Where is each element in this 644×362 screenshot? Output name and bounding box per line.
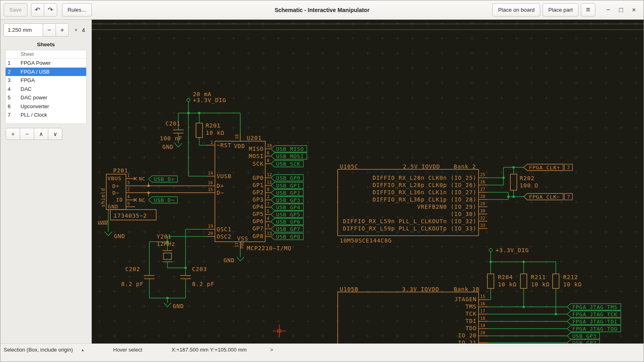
schematic-text[interactable]: DIFFIO_RX_L28p CLK0p (IO_26) xyxy=(373,182,477,189)
add-sheet-button[interactable]: + xyxy=(6,128,20,140)
schematic-text[interactable]: VBUS xyxy=(107,175,122,181)
schematic-text[interactable]: 5 xyxy=(127,202,130,206)
schematic-text[interactable]: IO_20 xyxy=(458,332,477,339)
schematic-text[interactable]: GP1 xyxy=(252,182,264,188)
net-label[interactable]: USB_GP0 xyxy=(271,175,303,181)
schematic-text[interactable]: R201 xyxy=(206,122,221,129)
schematic-text[interactable]: 17 xyxy=(235,243,239,247)
undo-button[interactable]: ↶ xyxy=(31,3,44,16)
schematic-text[interactable]: +3.3V_DIG xyxy=(495,247,529,254)
schematic-text[interactable]: U105C xyxy=(340,163,358,170)
net-label[interactable]: USB_GP2 xyxy=(271,189,303,196)
schematic-text[interactable]: Bank 1B xyxy=(454,286,480,292)
schematic-text[interactable]: MOSI xyxy=(249,153,264,159)
schematic-text[interactable]: R204 xyxy=(498,274,513,280)
schematic-text[interactable]: 28 xyxy=(480,194,485,199)
grid-decrease-button[interactable]: − xyxy=(43,23,56,37)
schematic-text[interactable]: D+ xyxy=(217,183,224,189)
grid-increase-button[interactable]: + xyxy=(56,23,69,37)
net-label[interactable]: USB_GP3 xyxy=(271,197,303,203)
schematic-text[interactable]: 27 xyxy=(480,187,485,191)
net-label[interactable]: USB_GP4 xyxy=(271,204,303,210)
schematic-text[interactable]: 14 xyxy=(208,171,213,175)
net-label[interactable]: FPGA_JTAG_TDO xyxy=(567,325,621,332)
schematic-text[interactable]: 2.5V IOVDD xyxy=(403,163,440,170)
menu-button[interactable]: ≡ xyxy=(581,3,595,16)
schematic-text[interactable]: 100 Ω xyxy=(520,182,538,189)
net-label[interactable]: USB_GP8 xyxy=(271,233,303,240)
schematic-text[interactable]: ~RST xyxy=(217,142,231,148)
schematic-text[interactable]: P201 xyxy=(113,167,128,174)
net-label[interactable]: USB_GP7 xyxy=(271,226,303,232)
net-label[interactable]: USB_MOSI xyxy=(271,153,307,159)
schematic-text[interactable]: DIFFIO_RX_L59n PLL_L_CLKOUTn (IO_32) xyxy=(343,218,477,225)
move-sheet-down-button[interactable]: ∨ xyxy=(48,128,62,140)
schematic-text[interactable]: NC xyxy=(139,176,145,182)
sheet-row[interactable]: 3FPGA xyxy=(6,76,86,85)
schematic-text[interactable]: IO_21 xyxy=(458,339,477,343)
schematic-text[interactable]: 10 kΩ xyxy=(206,130,224,136)
schematic-text[interactable]: 10 kΩ xyxy=(498,281,516,288)
schematic-text[interactable]: 20 xyxy=(480,331,485,335)
place-part-button[interactable]: Place part xyxy=(543,3,578,16)
sheet-row[interactable]: 7PLL / Clock xyxy=(6,111,86,119)
schematic-text[interactable]: U201 xyxy=(247,135,262,141)
schematic-text[interactable]: GP3 xyxy=(252,196,264,203)
schematic-text[interactable]: Y201 xyxy=(157,233,171,240)
schematic-text[interactable]: 20 mA xyxy=(193,91,211,97)
schematic-text[interactable]: C201 xyxy=(165,120,180,127)
schematic-text[interactable]: VSS xyxy=(237,235,248,242)
schematic-text[interactable]: 6 xyxy=(267,151,269,155)
schematic-text[interactable]: M4 xyxy=(105,220,109,224)
schematic-text[interactable]: 33 xyxy=(480,223,485,228)
schematic-text[interactable]: 12 xyxy=(267,173,272,177)
sheet-row[interactable]: 4DAC xyxy=(6,85,86,94)
schematic-text[interactable]: R202 xyxy=(520,175,535,181)
net-label[interactable]: USB_GP3 xyxy=(567,333,600,339)
status-expander[interactable]: > xyxy=(270,347,273,353)
sheet-row[interactable]: 5DAC power xyxy=(6,93,86,102)
schematic-text[interactable]: GP8 xyxy=(252,233,264,239)
tool-mode-label[interactable]: Selection (Box, include origin) xyxy=(4,347,73,353)
schematic-text[interactable]: GND xyxy=(108,204,118,210)
schematic-text[interactable]: 4 xyxy=(127,195,130,199)
schematic-text[interactable]: 10 xyxy=(267,144,272,148)
schematic-text[interactable]: D− xyxy=(217,189,224,196)
save-button[interactable]: Save xyxy=(4,3,27,16)
schematic-text[interactable]: MCP2210−I/MQ xyxy=(247,245,291,251)
schematic-text[interactable]: GND xyxy=(114,233,125,239)
schematic-text[interactable]: DIFFIO_RX_L36n CLK1n (IO_27) xyxy=(373,189,477,196)
sheet-row[interactable]: 6Upconverter xyxy=(6,102,86,111)
schematic-text[interactable]: C203 xyxy=(192,266,207,272)
schematic-text[interactable]: +3.3V_DIG xyxy=(193,97,226,104)
schematic-text[interactable]: 8.2 pF xyxy=(121,281,143,287)
schematic-text[interactable]: GP5 xyxy=(252,211,264,217)
net-label[interactable]: USB_GP1 xyxy=(271,182,303,189)
schematic-text[interactable]: SCK xyxy=(252,160,264,167)
schematic-text[interactable]: 7 xyxy=(267,202,269,206)
sheet-row-selected[interactable]: 2FPGA / USB xyxy=(6,68,86,76)
schematic-text[interactable]: 100 nF xyxy=(160,135,182,142)
net-label[interactable]: USB_SCK xyxy=(271,160,303,167)
net-label[interactable]: FPGA_JTAG_TMS xyxy=(567,304,621,310)
schematic-text[interactable]: 20 xyxy=(208,231,213,236)
schematic-text[interactable]: VREFB2N0 (IO_29) xyxy=(417,204,477,210)
schematic-text[interactable]: R211 xyxy=(531,274,546,280)
schematic-text[interactable]: TDO xyxy=(465,325,477,331)
schematic-text[interactable]: TDI xyxy=(465,318,477,324)
schematic-text[interactable]: 11 xyxy=(267,180,272,185)
move-sheet-up-button[interactable]: ∧ xyxy=(34,128,48,140)
schematic-text[interactable]: 10M50SCE144C8G xyxy=(340,237,392,244)
schematic-text[interactable]: 10 kΩ xyxy=(563,281,582,288)
schematic-text[interactable]: 19 xyxy=(208,224,213,228)
schematic-text[interactable]: GND xyxy=(162,144,173,150)
schematic-text[interactable]: shield xyxy=(100,188,106,207)
schematic-text[interactable]: 9 xyxy=(267,187,269,192)
schematic-text[interactable]: 30 xyxy=(480,209,485,213)
schematic-text[interactable]: 26 xyxy=(480,180,485,184)
tool-mode-caret-icon[interactable]: ▲ xyxy=(81,348,85,352)
net-label[interactable]: FPGA_JTAG_TCK xyxy=(567,311,621,317)
schematic-text[interactable]: 2 xyxy=(127,187,130,192)
schematic-text[interactable]: 5 xyxy=(267,209,269,214)
net-label[interactable]: FPGA_JTAG_TDI xyxy=(567,318,621,325)
